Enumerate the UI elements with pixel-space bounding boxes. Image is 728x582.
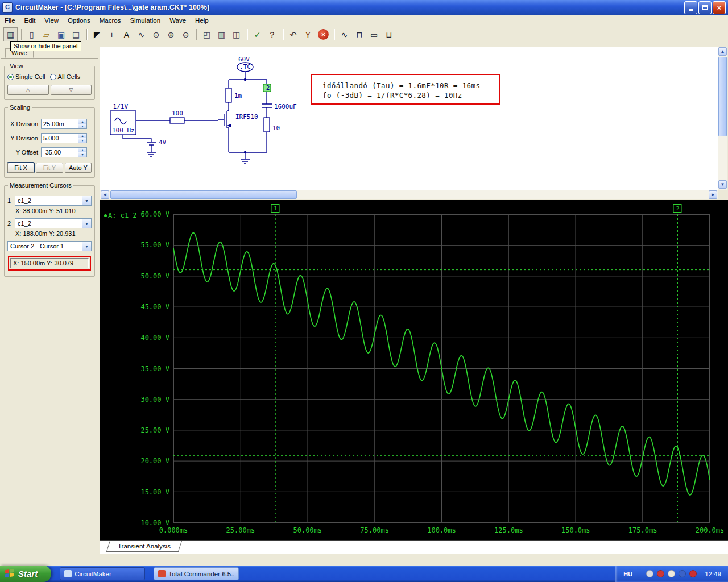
wire-tool-button[interactable]: ∿ (134, 27, 148, 41)
split-pane-button[interactable]: ◫ (229, 27, 243, 41)
check-button[interactable]: ✓ (250, 27, 264, 41)
menu-simulation[interactable]: Simulation (125, 16, 165, 25)
y-division-up-button[interactable]: ▴ (78, 134, 86, 138)
tray-icon-3[interactable] (679, 570, 686, 577)
language-indicator[interactable]: HU (623, 571, 632, 577)
mixed-scope-button[interactable]: ⊔ (382, 27, 396, 41)
cell-down-button[interactable]: ▽ (51, 85, 92, 95)
new-file-button[interactable]: ▯ (24, 27, 39, 41)
schematic-canvas[interactable]: 2 60V .TC 1m IRF510 1600uF 10 100 -1/1V … (100, 47, 718, 190)
fit-x-button[interactable]: Fit X (7, 163, 34, 173)
y-offset-down-button[interactable]: ▾ (78, 152, 86, 157)
start-button[interactable]: Start (0, 566, 51, 582)
task-button-circuitmaker[interactable]: CircuitMaker (60, 567, 145, 580)
tray-icon-1[interactable] (646, 570, 653, 577)
supply-voltage-label: 60V (238, 56, 250, 63)
undo-button[interactable]: ↶ (286, 27, 300, 41)
chevron-down-icon[interactable]: ▼ (82, 242, 91, 251)
fit-y-button[interactable]: Fit Y (36, 163, 63, 173)
minimize-button[interactable] (684, 1, 697, 14)
help-button[interactable]: ? (265, 27, 279, 41)
horizontal-scroll-thumb[interactable] (110, 190, 297, 199)
taskbar-clock: 12:49 (705, 571, 721, 577)
cursor-2-select[interactable]: c1_2 ▼ (15, 218, 92, 228)
x-axis-tick: 200.0ms (696, 526, 725, 534)
analog-scope-button[interactable]: ▭ (367, 27, 381, 41)
waveform-plot[interactable] (173, 214, 710, 523)
task-button-total-commander-6-5[interactable]: Total Commander 6.5... (154, 567, 239, 580)
menu-macros[interactable]: Macros (95, 16, 126, 25)
menu-help[interactable]: Help (191, 16, 213, 25)
cursor-1-value: c1_2 (15, 196, 82, 205)
probe-tool-button[interactable]: Y (301, 27, 315, 41)
radio-all-cells[interactable]: All Cells (50, 73, 81, 80)
y-division-down-button[interactable]: ▾ (78, 138, 86, 143)
schematic-area[interactable]: 2 60V .TC 1m IRF510 1600uF 10 100 -1/1V … (100, 47, 718, 190)
x-division-up-button[interactable]: ▴ (78, 119, 86, 124)
toolbar-separator (86, 29, 87, 40)
schematic-vertical-scrollbar[interactable]: ▲ ▼ (718, 47, 727, 190)
open-file-button[interactable]: ▱ (39, 27, 53, 41)
tray-icons (646, 570, 697, 577)
cursor-flag-1[interactable]: 1 (271, 204, 280, 213)
chevron-down-icon[interactable]: ▼ (82, 196, 91, 205)
junction-dot (244, 151, 246, 153)
vertical-scroll-thumb[interactable] (718, 57, 727, 136)
tab-transient-analysis[interactable]: Transient Analysis (106, 541, 182, 552)
gate-resistor-symbol[interactable] (170, 118, 184, 123)
pages-button[interactable]: ▥ (214, 27, 229, 41)
cursor-1-select[interactable]: c1_2 ▼ (15, 196, 92, 206)
text-tool-button[interactable]: A (119, 27, 134, 41)
close-button[interactable]: × (713, 1, 726, 14)
circuitmaker-window: C CircuitMaker - [C:\Program Files\...\g… (0, 0, 728, 582)
task-label: Total Commander 6.5... (168, 571, 234, 577)
cursor-flag-2[interactable]: 2 (673, 204, 682, 213)
tray-icon-4[interactable] (689, 570, 697, 577)
radio-single-cell-label: Single Cell (15, 73, 46, 80)
scroll-up-icon[interactable]: ▲ (718, 47, 727, 56)
y-division-input[interactable] (42, 134, 78, 143)
zoom-out-button[interactable]: ⊖ (179, 27, 193, 41)
x-axis-tick: 150.0ms (561, 526, 590, 534)
stop-simulation-button[interactable]: ✕ (318, 29, 329, 40)
load-resistor-symbol[interactable] (264, 118, 270, 132)
system-tray: HU 12:49 (615, 566, 728, 582)
schematic-horizontal-scrollbar[interactable]: ◄ ► (100, 190, 718, 199)
restore-button[interactable] (698, 1, 712, 14)
titlebar[interactable]: C CircuitMaker - [C:\Program Files\...\g… (0, 0, 728, 15)
menu-wave[interactable]: Wave (165, 16, 191, 25)
y-offset-up-button[interactable]: ▴ (78, 148, 86, 152)
scroll-left-icon[interactable]: ◄ (101, 190, 109, 199)
drain-resistor-label: 1m (234, 92, 242, 99)
y-offset-input[interactable] (42, 148, 78, 157)
scroll-down-icon[interactable]: ▼ (718, 180, 727, 189)
cell-up-button[interactable]: △ (7, 85, 49, 95)
x-division-input[interactable] (42, 119, 78, 128)
zoom-page-button[interactable]: ◰ (200, 27, 214, 41)
add-part-button[interactable]: + (105, 27, 119, 41)
chevron-down-icon[interactable]: ▼ (82, 219, 91, 228)
task-icon (64, 570, 72, 577)
x-division-down-button[interactable]: ▾ (78, 124, 86, 128)
tray-icon-2[interactable] (657, 570, 664, 577)
toggle-panel-button[interactable]: ▦ (3, 27, 18, 41)
save-button[interactable]: ▣ (54, 27, 68, 41)
zoom-tool-button[interactable]: ⊙ (149, 27, 163, 41)
menu-options[interactable]: Options (63, 16, 95, 25)
tray-volume-icon[interactable] (668, 570, 675, 577)
drain-resistor-symbol[interactable] (226, 88, 231, 102)
cursor-diff-select[interactable]: Cursor 2 - Cursor 1 ▼ (7, 241, 92, 251)
scrollbar-corner (718, 190, 727, 199)
zoom-in-button[interactable]: ⊕ (164, 27, 178, 41)
select-tool-button[interactable]: ◤ (90, 27, 104, 41)
annotation-box: időállandó (Tau) = 1.6mF*10R = 16ms fo (… (311, 74, 500, 105)
waveforms-button[interactable]: ∿ (337, 27, 351, 41)
menu-edit[interactable]: Edit (20, 16, 40, 25)
scroll-right-icon[interactable]: ► (709, 190, 717, 199)
menu-file[interactable]: File (0, 16, 20, 25)
digital-scope-button[interactable]: ⊓ (352, 27, 366, 41)
print-button[interactable]: ▤ (69, 27, 83, 41)
radio-single-cell[interactable]: Single Cell (7, 73, 46, 80)
auto-y-button[interactable]: Auto Y (65, 163, 92, 173)
menu-view[interactable]: View (40, 16, 63, 25)
